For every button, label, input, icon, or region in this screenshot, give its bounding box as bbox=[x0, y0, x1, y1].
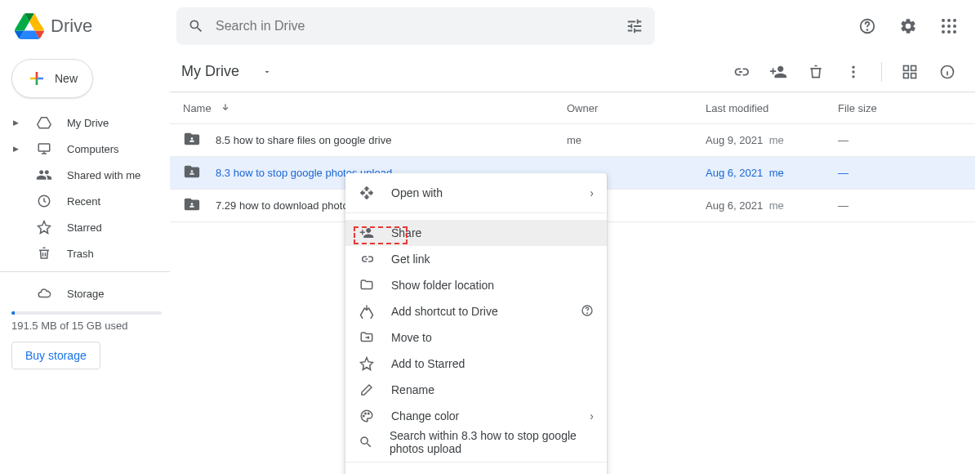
shared-folder-icon bbox=[183, 163, 201, 183]
sidebar-item-my-drive[interactable]: ▶ My Drive bbox=[11, 110, 162, 136]
menu-view-details[interactable]: View details bbox=[345, 469, 607, 474]
menu-show-location[interactable]: Show folder location bbox=[345, 272, 607, 298]
more-button[interactable] bbox=[837, 56, 870, 88]
help-button[interactable] bbox=[851, 10, 884, 42]
new-button[interactable]: New bbox=[11, 59, 93, 98]
column-size[interactable]: File size bbox=[838, 102, 877, 114]
more-vert-icon bbox=[845, 64, 862, 80]
breadcrumb[interactable]: My Drive bbox=[175, 58, 278, 85]
main: My Drive Name Owner Last modified File s… bbox=[170, 52, 980, 474]
separator bbox=[881, 62, 882, 82]
svg-point-14 bbox=[852, 70, 854, 73]
column-label: Name bbox=[183, 102, 212, 114]
sidebar-item-label: Shared with me bbox=[67, 169, 140, 181]
help-icon bbox=[858, 17, 876, 35]
sidebar-item-storage[interactable]: Storage bbox=[11, 280, 162, 306]
search-bar[interactable] bbox=[176, 7, 655, 45]
buy-storage-button[interactable]: Buy storage bbox=[11, 342, 100, 369]
help-icon[interactable] bbox=[581, 304, 594, 317]
menu-get-link[interactable]: Get link bbox=[345, 246, 607, 272]
table-row[interactable]: 8.5 how to share files on google driveme… bbox=[170, 124, 975, 157]
header-actions bbox=[851, 10, 970, 42]
menu-label: Add to Starred bbox=[391, 357, 465, 370]
people-icon bbox=[36, 167, 52, 183]
menu-share[interactable]: Share bbox=[345, 220, 607, 246]
menu-add-starred[interactable]: Add to Starred bbox=[345, 351, 607, 377]
column-name[interactable]: Name bbox=[183, 102, 567, 114]
settings-button[interactable] bbox=[892, 10, 924, 42]
person-add-icon bbox=[359, 226, 374, 240]
new-button-label: New bbox=[55, 72, 78, 85]
menu-divider bbox=[345, 462, 607, 463]
svg-point-6 bbox=[947, 25, 951, 28]
sidebar-item-label: Recent bbox=[67, 195, 100, 208]
cloud-icon bbox=[37, 286, 51, 301]
menu-label: Search within 8.3 how to stop google pho… bbox=[390, 429, 594, 455]
menu-divider bbox=[345, 212, 607, 213]
chevron-right-icon: › bbox=[590, 409, 594, 423]
menu-open-with[interactable]: Open with › bbox=[345, 180, 607, 206]
person-add-icon bbox=[769, 63, 787, 81]
svg-point-22 bbox=[587, 313, 588, 314]
svg-rect-17 bbox=[911, 65, 916, 70]
sidebar-item-label: Starred bbox=[67, 221, 102, 234]
svg-point-23 bbox=[363, 415, 365, 417]
details-button[interactable] bbox=[931, 56, 964, 88]
menu-add-shortcut[interactable]: Add shortcut to Drive bbox=[345, 298, 607, 324]
svg-rect-16 bbox=[904, 65, 909, 70]
plus-icon bbox=[27, 67, 47, 90]
svg-point-5 bbox=[942, 25, 945, 28]
search-input[interactable] bbox=[216, 19, 614, 34]
link-icon bbox=[359, 252, 374, 266]
svg-point-4 bbox=[953, 19, 956, 22]
shortcut-icon bbox=[359, 304, 374, 319]
drive-icon bbox=[37, 115, 51, 130]
svg-rect-11 bbox=[38, 144, 50, 151]
menu-search-within[interactable]: Search within 8.3 how to stop google pho… bbox=[345, 429, 607, 455]
tune-icon[interactable] bbox=[626, 17, 644, 35]
palette-icon bbox=[359, 409, 374, 423]
get-link-button[interactable] bbox=[724, 56, 757, 88]
drive-logo-icon bbox=[15, 11, 44, 41]
svg-point-13 bbox=[852, 65, 854, 68]
clock-icon bbox=[37, 194, 51, 208]
delete-button[interactable] bbox=[800, 56, 832, 88]
expand-icon[interactable]: ▶ bbox=[13, 145, 21, 153]
search-icon bbox=[359, 435, 373, 449]
sidebar-item-recent[interactable]: Recent bbox=[11, 188, 162, 214]
column-label: Owner bbox=[567, 102, 598, 114]
computer-icon bbox=[37, 141, 51, 156]
context-menu: Open with › Share Get link Show folder l… bbox=[345, 173, 607, 474]
file-modified: Aug 6, 2021 me bbox=[706, 167, 838, 179]
view-toggle-button[interactable] bbox=[893, 56, 926, 88]
svg-point-3 bbox=[947, 19, 951, 22]
menu-label: Open with bbox=[391, 186, 443, 199]
trash-icon bbox=[808, 64, 824, 80]
svg-rect-18 bbox=[904, 73, 909, 78]
share-button[interactable] bbox=[762, 56, 795, 88]
search-icon bbox=[188, 18, 204, 34]
menu-rename[interactable]: Rename bbox=[345, 377, 607, 403]
logo[interactable]: Drive bbox=[15, 11, 170, 41]
menu-label: Move to bbox=[391, 331, 432, 344]
storage-bar bbox=[11, 311, 162, 315]
shared-folder-icon bbox=[183, 195, 201, 216]
sidebar-item-shared[interactable]: Shared with me bbox=[11, 162, 162, 188]
column-owner[interactable]: Owner bbox=[567, 102, 706, 114]
apps-button[interactable] bbox=[933, 10, 965, 42]
menu-move-to[interactable]: Move to bbox=[345, 324, 607, 351]
sidebar-item-computers[interactable]: ▶ Computers bbox=[11, 136, 162, 162]
file-owner: me bbox=[567, 134, 706, 146]
svg-point-8 bbox=[942, 30, 945, 34]
link-icon bbox=[732, 63, 750, 81]
expand-icon[interactable]: ▶ bbox=[13, 118, 21, 127]
column-modified[interactable]: Last modified bbox=[706, 102, 838, 114]
chevron-down-icon bbox=[262, 67, 272, 77]
sidebar-item-trash[interactable]: Trash bbox=[11, 240, 162, 266]
menu-change-color[interactable]: Change color › bbox=[345, 403, 607, 429]
menu-label: Change color bbox=[391, 409, 459, 423]
arrow-down-icon bbox=[220, 102, 231, 114]
sidebar-item-starred[interactable]: Starred bbox=[11, 214, 162, 240]
file-modified: Aug 6, 2021 me bbox=[706, 199, 838, 212]
product-name: Drive bbox=[51, 16, 92, 37]
